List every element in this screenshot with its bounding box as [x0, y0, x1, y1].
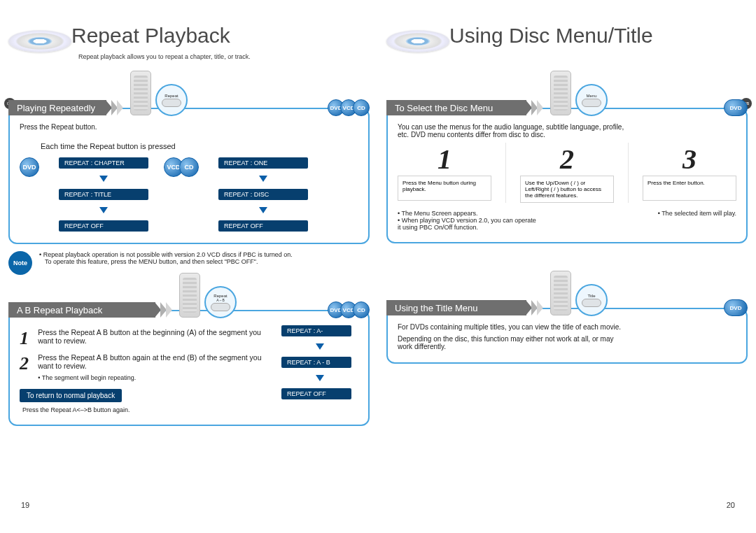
zoom-label: Repeat	[164, 94, 178, 98]
step-number: 3	[643, 143, 736, 176]
step-box: Press the Enter button.	[643, 176, 736, 201]
button-chip-icon	[211, 303, 230, 311]
zoom-label: Title	[587, 294, 595, 298]
content-box: 1 Press the Repeat A B button at the beg…	[8, 310, 370, 426]
zoom-sublabel: A↔B	[216, 298, 225, 302]
flow-item: REPEAT : CHAPTER	[59, 157, 148, 169]
disc-tag-vcd-cd: VCD CD	[168, 157, 199, 177]
remote-icon	[130, 71, 151, 115]
step-text: Press the Repeat A B button again at the…	[38, 353, 265, 370]
step-number: 1	[398, 143, 491, 176]
each-time-label: Each time the Repeat button is pressed	[41, 142, 358, 150]
flow-item: REPEAT : A - B	[281, 357, 351, 368]
button-chip-icon	[582, 299, 601, 307]
disc-type-pills: DVD	[728, 99, 748, 116]
arrow-down-icon	[99, 207, 108, 213]
disc-tag-dvd: DVD	[20, 157, 39, 177]
step-box: Press the Menu button during playback.	[398, 176, 491, 201]
flow-dvd: REPEAT : CHAPTER REPEAT : TITLE REPEAT O…	[59, 157, 148, 232]
button-zoom-repeat-ab: Repeat A↔B	[204, 286, 237, 318]
zoom-label: Menu	[586, 94, 596, 98]
ribbon-chevrons	[155, 302, 172, 318]
button-chip-icon	[582, 99, 601, 107]
paragraph: For DVDs containing multiple titles, you…	[398, 323, 622, 331]
page-subtitle: Repeat playback allows you to repeat a c…	[78, 53, 251, 60]
content-box: Press the Repeat button. Each time the R…	[8, 108, 370, 244]
ribbon-label: Playing Repeatedly	[8, 100, 106, 115]
remote-icon	[179, 273, 200, 318]
disc-tag-cd: CD	[179, 157, 199, 177]
note-line: Repeat playback operation is not possibl…	[39, 251, 293, 258]
ribbon-label: To Select the Disc Menu	[386, 100, 526, 115]
arrow-down-icon	[259, 176, 267, 182]
disc-icon	[386, 30, 449, 52]
content-box: You can use the menus for the audio lang…	[386, 108, 748, 243]
section-ribbon: To Select the Disc Menu Menu DVD	[386, 99, 748, 116]
disc-icon	[8, 30, 71, 52]
section-ribbon: Using the Title Menu Title DVD	[386, 299, 748, 316]
flow-vcd-cd: REPEAT : ONE REPEAT : DISC REPEAT OFF	[218, 157, 308, 232]
step-text: Press the Repeat A B button at the begin…	[38, 328, 265, 345]
flow-item: REPEAT : ONE	[218, 157, 308, 169]
page-number: 19	[21, 501, 29, 509]
flow-item: REPEAT OFF	[218, 220, 308, 232]
pill-cd: CD	[353, 99, 370, 116]
button-zoom-repeat: Repeat	[155, 84, 188, 116]
ribbon-chevrons	[526, 100, 543, 115]
remote-icon	[550, 71, 571, 115]
ribbon-label: A B Repeat Playback	[8, 302, 155, 318]
note-icon: Note	[8, 251, 32, 275]
step-cell: 1 Press the Menu button during playback.	[398, 143, 491, 203]
pill-dvd: DVD	[724, 99, 748, 116]
step-cell: 3 Press the Enter button.	[643, 143, 736, 203]
disc-type-pills: DVD	[728, 299, 748, 316]
page-heading: Repeat Playback Repeat playback allows y…	[8, 14, 370, 56]
note-line: To operate this feature, press the MENU …	[45, 258, 293, 265]
content-box: For DVDs containing multiple titles, you…	[386, 308, 748, 364]
return-text: Press the Repeat A<–>B button again.	[22, 406, 265, 413]
flow-ab: REPEAT : A- REPEAT : A - B REPEAT OFF	[281, 325, 358, 399]
step-row: 1 Press the Repeat A B button at the beg…	[20, 328, 265, 349]
arrow-down-icon	[259, 207, 267, 213]
instruction: Press the Repeat button.	[20, 123, 358, 131]
flow-item: REPEAT : A-	[281, 325, 351, 336]
manual-right-page: GB Using Disc Menu/Title To Select the D…	[378, 0, 756, 533]
flow-item: REPEAT OFF	[281, 388, 351, 399]
intro-text: You can use the menus for the audio lang…	[398, 123, 629, 138]
section-ribbon: Playing Repeatedly Repeat DVD VCD CD	[8, 99, 370, 116]
step-cell: 2 Use the Up/Down ( / ) or Left/Right ( …	[520, 143, 614, 203]
ribbon-chevrons	[526, 300, 543, 315]
step-number: 2	[20, 353, 32, 374]
disc-type-pills: DVD VCD CD	[332, 301, 370, 318]
ribbon-label: Using the Title Menu	[386, 300, 526, 315]
button-zoom-title: Title	[575, 284, 608, 316]
step-number: 2	[520, 143, 614, 176]
section-title-menu: Using the Title Menu Title DVD For DVDs …	[386, 299, 748, 364]
bullet-text: When playing VCD version 2.0, you can op…	[398, 217, 538, 231]
step-row: 2 Press the Repeat A B button again at t…	[20, 353, 265, 381]
ribbon-chevrons	[106, 100, 123, 115]
flow-item: REPEAT : TITLE	[59, 189, 148, 200]
arrow-down-icon	[316, 343, 324, 350]
arrow-down-icon	[316, 375, 324, 381]
disc-type-pills: DVD VCD CD	[332, 99, 370, 116]
step-number: 1	[20, 328, 32, 349]
button-zoom-menu: Menu	[575, 84, 608, 116]
button-chip-icon	[162, 99, 181, 107]
step-bullet: The segment will begin repeating.	[38, 374, 265, 381]
page-title: Repeat Playback	[71, 24, 230, 48]
pill-dvd: DVD	[724, 299, 748, 316]
step-grid: 1 Press the Menu button during playback.…	[398, 143, 736, 203]
paragraph: Depending on the disc, this function may…	[398, 335, 622, 350]
bullet-text: The selected item will play.	[658, 210, 736, 217]
section-ab-repeat: A B Repeat Playback Repeat A↔B DVD VCD C…	[8, 301, 370, 426]
arrow-down-icon	[99, 176, 108, 182]
pill-cd: CD	[353, 301, 370, 318]
section-disc-menu: To Select the Disc Menu Menu DVD You can…	[386, 99, 748, 243]
page-number: 20	[727, 501, 735, 509]
section-ribbon: A B Repeat Playback Repeat A↔B DVD VCD C…	[8, 301, 370, 318]
flow-item: REPEAT : DISC	[218, 189, 308, 200]
separator	[505, 143, 506, 203]
step-box: Use the Up/Down ( / ) or Left/Right ( / …	[520, 176, 614, 203]
return-label: To return to normal playback	[20, 389, 122, 402]
